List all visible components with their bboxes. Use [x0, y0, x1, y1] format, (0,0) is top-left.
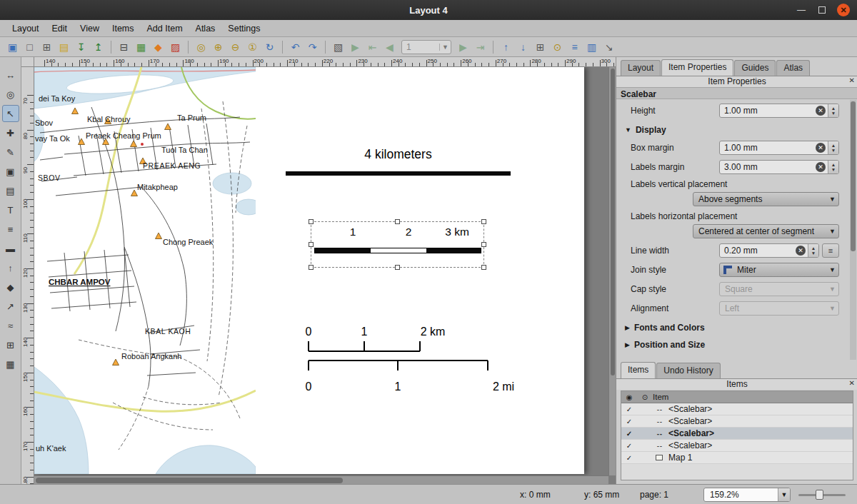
spinner-arrows-icon[interactable]: ▲▼: [828, 161, 838, 173]
atlas-feature-combo[interactable]: 1▼: [401, 40, 451, 54]
scalebar3-and-4[interactable]: 012 km 012 mi: [299, 318, 520, 397]
export-image-icon[interactable]: ▦: [133, 39, 149, 55]
scalebar1-label[interactable]: 4 kilometers: [286, 147, 511, 162]
maximize-icon[interactable]: [818, 6, 826, 14]
print-icon[interactable]: ⊟: [116, 39, 132, 55]
resize-handle-n[interactable]: [395, 219, 400, 224]
resize-handle-se[interactable]: [481, 265, 486, 270]
load-template-icon[interactable]: ↥: [90, 39, 106, 55]
add-picture-tool[interactable]: ▤: [2, 182, 19, 199]
add-html-tool[interactable]: ⊞: [2, 336, 19, 353]
duplicate-layout-icon[interactable]: ⊞: [39, 39, 55, 55]
undo-icon[interactable]: ↶: [287, 39, 304, 55]
visibility-checkbox[interactable]: ✓: [621, 454, 637, 462]
export-svg-icon[interactable]: ◆: [150, 39, 166, 55]
zoom-level-combo[interactable]: 159.2% ▼: [703, 488, 791, 502]
add-arrow-tool[interactable]: ↗: [2, 298, 19, 315]
add-map-tool[interactable]: ▣: [2, 163, 19, 180]
zoom-in-icon[interactable]: ⊕: [210, 39, 226, 55]
close-panel-icon[interactable]: ✕: [849, 76, 855, 84]
edit-nodes-tool[interactable]: ✎: [2, 143, 19, 161]
close-panel-icon[interactable]: ✕: [849, 379, 855, 387]
spinner-arrows-icon[interactable]: ▲▼: [828, 104, 838, 117]
menu-view[interactable]: View: [74, 21, 106, 36]
spinner-arrows-icon[interactable]: ▲▼: [828, 141, 838, 154]
visibility-checkbox[interactable]: ✓: [621, 442, 637, 450]
paper-page[interactable]: dei Ta KoySbovvay Ta OkKbal ChrouyTa Pru…: [34, 67, 584, 474]
visibility-checkbox[interactable]: ✓: [621, 430, 637, 438]
resize-items-icon[interactable]: ↘: [601, 39, 617, 55]
preview-atlas-icon[interactable]: ▶: [347, 39, 364, 55]
menu-add-item[interactable]: Add Item: [141, 21, 189, 36]
resize-handle-sw[interactable]: [309, 265, 314, 270]
layout-canvas[interactable]: dei Ta KoySbovvay Ta OkKbal ChrouyTa Pru…: [34, 67, 616, 484]
item-row[interactable]: ✓- -<Scalebar>: [621, 403, 853, 415]
clear-icon[interactable]: ✕: [816, 143, 826, 153]
item-row[interactable]: ✓- -<Scalebar>: [621, 440, 853, 452]
zoom-full-icon[interactable]: ◎: [193, 39, 209, 55]
clear-icon[interactable]: ✕: [816, 162, 826, 172]
zoom-tool[interactable]: ◎: [2, 86, 19, 103]
add-north-arrow-tool[interactable]: ↑: [2, 259, 19, 276]
resize-handle-e[interactable]: [481, 242, 486, 247]
clear-icon[interactable]: ✕: [796, 246, 806, 256]
zoom-actual-icon[interactable]: ①: [244, 39, 261, 55]
tab-guides[interactable]: Guides: [734, 60, 776, 76]
visibility-checkbox[interactable]: ✓: [621, 418, 637, 425]
layout-manager-icon[interactable]: ▤: [56, 39, 72, 55]
menu-edit[interactable]: Edit: [46, 21, 74, 36]
refresh-icon[interactable]: ↻: [261, 39, 278, 55]
line-width-spinbox[interactable]: 0.20 mm ✕ ▲▼: [719, 243, 819, 258]
box-margin-spinbox[interactable]: 1.00 mm ✕ ▲▼: [719, 141, 839, 155]
add-node-item-tool[interactable]: ≈: [2, 317, 19, 334]
redo-icon[interactable]: ↷: [304, 39, 321, 55]
item-row[interactable]: ✓- -<Scalebar>: [621, 415, 853, 428]
tab-items[interactable]: Items: [621, 362, 656, 378]
tab-layout[interactable]: Layout: [621, 60, 661, 76]
atlas-settings-icon[interactable]: ▧: [330, 39, 346, 55]
height-spinbox[interactable]: 1.00 mm ✕ ▲▼: [719, 104, 839, 118]
first-feature-icon[interactable]: ⇤: [364, 39, 381, 55]
clear-icon[interactable]: ✕: [816, 106, 826, 116]
map-item[interactable]: dei Ta KoySbovvay Ta OkKbal ChrouyTa Pru…: [34, 67, 256, 474]
item-row[interactable]: ✓- -<Scalebar>: [621, 428, 853, 440]
properties-scrollbar[interactable]: [850, 100, 856, 360]
visibility-checkbox[interactable]: ✓: [621, 405, 637, 413]
spinner-arrows-icon[interactable]: ▲▼: [808, 244, 818, 257]
tab-undo-history[interactable]: Undo History: [656, 363, 720, 378]
add-label-tool[interactable]: T: [2, 201, 19, 218]
tab-item-properties[interactable]: Item Properties: [661, 59, 733, 76]
select-move-tool[interactable]: ↖: [2, 105, 19, 122]
distribute-items-icon[interactable]: ▥: [583, 39, 600, 55]
move-item-content-tool[interactable]: ✚: [2, 124, 19, 141]
resize-handle-nw[interactable]: [309, 219, 314, 224]
labels-vertical-placement-dropdown[interactable]: Above segments ▼: [693, 192, 839, 206]
canvas-horizontal-scrollbar[interactable]: [34, 475, 608, 484]
pan-tool[interactable]: ↔: [2, 66, 19, 84]
labels-horizontal-placement-dropdown[interactable]: Centered at center of segment ▼: [693, 224, 839, 238]
next-feature-icon[interactable]: ▶: [455, 39, 471, 55]
raise-items-icon[interactable]: ↑: [498, 39, 514, 55]
resize-handle-w[interactable]: [309, 242, 314, 247]
resize-handle-ne[interactable]: [481, 219, 486, 224]
scalebar2-selected[interactable]: 123 km: [311, 221, 484, 268]
scalebar1-bar[interactable]: [286, 171, 511, 176]
item-row[interactable]: ✓Map 1: [621, 452, 853, 464]
menu-atlas[interactable]: Atlas: [189, 21, 222, 36]
new-layout-icon[interactable]: □: [21, 39, 38, 55]
last-feature-icon[interactable]: ⇥: [472, 39, 488, 55]
menu-layout[interactable]: Layout: [6, 21, 46, 36]
fonts-colors-section-header[interactable]: ▶ Fonts and Colors: [625, 323, 843, 333]
data-defined-override-button[interactable]: ≡: [822, 243, 839, 258]
previous-feature-icon[interactable]: ◀: [381, 39, 398, 55]
menu-settings[interactable]: Settings: [221, 21, 266, 36]
save-template-icon[interactable]: ↧: [73, 39, 89, 55]
zoom-slider-handle[interactable]: [816, 490, 823, 500]
canvas-vertical-scrollbar[interactable]: [608, 67, 616, 475]
join-style-dropdown[interactable]: Miter ▼: [719, 263, 839, 277]
zoom-slider[interactable]: [798, 494, 846, 496]
lower-items-icon[interactable]: ↓: [515, 39, 531, 55]
labels-margin-spinbox[interactable]: 3.00 mm ✕ ▲▼: [719, 160, 839, 174]
close-icon[interactable]: ✕: [837, 4, 850, 16]
group-items-icon[interactable]: ⊞: [532, 39, 548, 55]
